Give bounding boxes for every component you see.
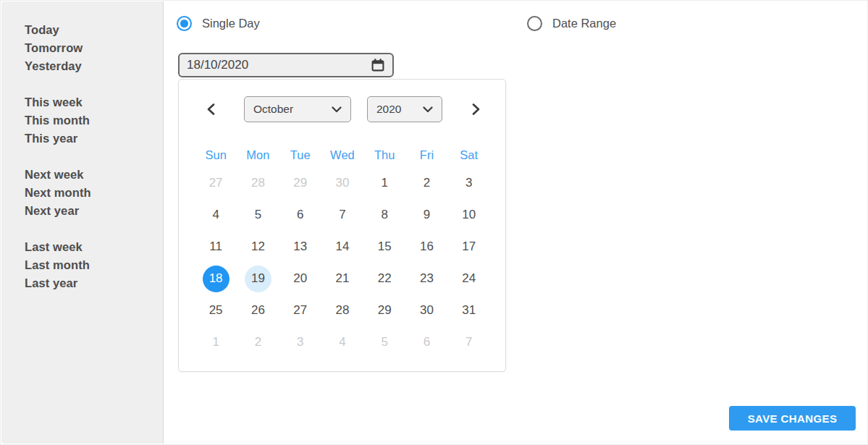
day-cell-18-selected[interactable]: 18 (195, 263, 237, 294)
chevron-left-icon (206, 103, 216, 115)
sidebar-item-yesterday[interactable]: Yesterday (25, 57, 163, 75)
day-cell-4[interactable]: 4 (195, 199, 237, 231)
date-input-box[interactable] (178, 53, 394, 77)
weekday-label-wed: Wed (321, 144, 363, 166)
single-day-label: Single Day (202, 17, 260, 30)
day-cell-31[interactable]: 31 (448, 294, 490, 326)
day-cell-23[interactable]: 23 (405, 263, 447, 294)
day-cell-10[interactable]: 10 (448, 199, 490, 231)
calendar-header: October 2020 (179, 96, 505, 122)
sidebar-group-0: TodayTomorrowYesterday (25, 21, 163, 75)
day-cell-19-highlighted[interactable]: 19 (237, 263, 279, 294)
sidebar-item-last-week[interactable]: Last week (25, 238, 163, 256)
day-cell-5-muted[interactable]: 5 (363, 326, 405, 358)
week-row: 27282930123 (195, 167, 490, 199)
day-cell-8[interactable]: 8 (363, 199, 405, 231)
next-month-button[interactable] (466, 96, 485, 122)
day-cell-29-muted[interactable]: 29 (279, 167, 321, 199)
radio-selected-icon[interactable] (177, 16, 192, 31)
month-select-value: October (253, 103, 332, 116)
day-cell-21[interactable]: 21 (321, 263, 363, 294)
weekday-label-sun: Sun (195, 144, 237, 166)
month-select[interactable]: October (244, 96, 351, 122)
week-row: 45678910 (195, 199, 490, 231)
day-cell-15[interactable]: 15 (363, 231, 405, 263)
radio-date-range[interactable]: Date Range (527, 16, 616, 31)
day-cell-2-muted[interactable]: 2 (237, 326, 279, 358)
day-cell-6[interactable]: 6 (279, 199, 321, 231)
day-cell-26[interactable]: 26 (237, 294, 279, 326)
week-row: 11121314151617 (195, 231, 490, 263)
sidebar-item-today[interactable]: Today (25, 21, 163, 39)
calendar-icon[interactable] (371, 58, 385, 72)
day-cell-28-muted[interactable]: 28 (237, 167, 279, 199)
sidebar-item-last-year[interactable]: Last year (25, 274, 163, 292)
radio-single-day[interactable]: Single Day (177, 16, 260, 31)
day-cell-9[interactable]: 9 (405, 199, 447, 231)
day-cell-7[interactable]: 7 (321, 199, 363, 231)
sidebar: TodayTomorrowYesterdayThis weekThis mont… (1, 1, 164, 444)
day-cell-3-muted[interactable]: 3 (279, 326, 321, 358)
day-cell-27-muted[interactable]: 27 (195, 167, 237, 199)
day-cell-28[interactable]: 28 (321, 294, 363, 326)
weekday-label-mon: Mon (237, 144, 279, 166)
radio-unselected-icon[interactable] (527, 16, 542, 31)
day-cell-1-muted[interactable]: 1 (195, 326, 237, 358)
previous-month-button[interactable] (201, 96, 220, 122)
day-cell-11[interactable]: 11 (195, 231, 237, 263)
chevron-down-icon (332, 106, 342, 113)
day-cell-6-muted[interactable]: 6 (405, 326, 447, 358)
weekday-label-thu: Thu (363, 144, 405, 166)
day-cell-13[interactable]: 13 (279, 231, 321, 263)
sidebar-item-tomorrow[interactable]: Tomorrow (25, 39, 163, 57)
calendar-popup: October 2020 SunMonTueWedThuFriSat 27282… (178, 79, 506, 372)
year-select[interactable]: 2020 (367, 96, 442, 122)
day-cell-27[interactable]: 27 (279, 294, 321, 326)
day-cell-29[interactable]: 29 (363, 294, 405, 326)
date-picker-dialog: TodayTomorrowYesterdayThis weekThis mont… (0, 0, 868, 445)
sidebar-group-2: Next weekNext monthNext year (25, 166, 163, 220)
day-cell-17[interactable]: 17 (448, 231, 490, 263)
year-select-value: 2020 (376, 103, 423, 116)
sidebar-item-next-month[interactable]: Next month (25, 184, 163, 202)
sidebar-group-1: This weekThis monthThis year (25, 93, 163, 148)
chevron-right-icon (471, 103, 481, 115)
weekday-label-fri: Fri (405, 144, 447, 166)
sidebar-item-this-week[interactable]: This week (25, 93, 163, 111)
day-cell-12[interactable]: 12 (237, 231, 279, 263)
day-cell-24[interactable]: 24 (448, 263, 490, 294)
date-range-label: Date Range (552, 17, 616, 30)
day-cell-7-muted[interactable]: 7 (448, 326, 490, 358)
save-changes-button[interactable]: SAVE CHANGES (729, 406, 856, 431)
day-cell-4-muted[interactable]: 4 (321, 326, 363, 358)
sidebar-item-last-month[interactable]: Last month (25, 256, 163, 274)
day-cell-16[interactable]: 16 (405, 231, 447, 263)
week-row: 18192021222324 (195, 263, 490, 294)
weekday-label-sat: Sat (448, 144, 490, 166)
weekday-label-tue: Tue (279, 144, 321, 166)
sidebar-item-this-year[interactable]: This year (25, 130, 163, 148)
week-row: 1234567 (195, 326, 490, 358)
day-cell-3[interactable]: 3 (448, 167, 490, 199)
chevron-down-icon (423, 106, 433, 113)
day-cell-2[interactable]: 2 (405, 167, 447, 199)
sidebar-item-next-year[interactable]: Next year (25, 202, 163, 220)
day-cell-25[interactable]: 25 (195, 294, 237, 326)
week-row: 25262728293031 (195, 294, 490, 326)
sidebar-item-this-month[interactable]: This month (25, 111, 163, 130)
date-input[interactable] (187, 58, 371, 72)
sidebar-item-next-week[interactable]: Next week (25, 166, 163, 184)
day-cell-22[interactable]: 22 (363, 263, 405, 294)
day-cell-30-muted[interactable]: 30 (321, 167, 363, 199)
sidebar-group-3: Last weekLast monthLast year (25, 238, 163, 292)
day-cell-1[interactable]: 1 (363, 167, 405, 199)
day-cell-14[interactable]: 14 (321, 231, 363, 263)
day-cell-20[interactable]: 20 (279, 263, 321, 294)
weekday-header: SunMonTueWedThuFriSat (195, 144, 490, 166)
day-cell-5[interactable]: 5 (237, 199, 279, 231)
calendar-grid: 2728293012345678910111213141516171819202… (195, 167, 490, 358)
day-cell-30[interactable]: 30 (405, 294, 447, 326)
